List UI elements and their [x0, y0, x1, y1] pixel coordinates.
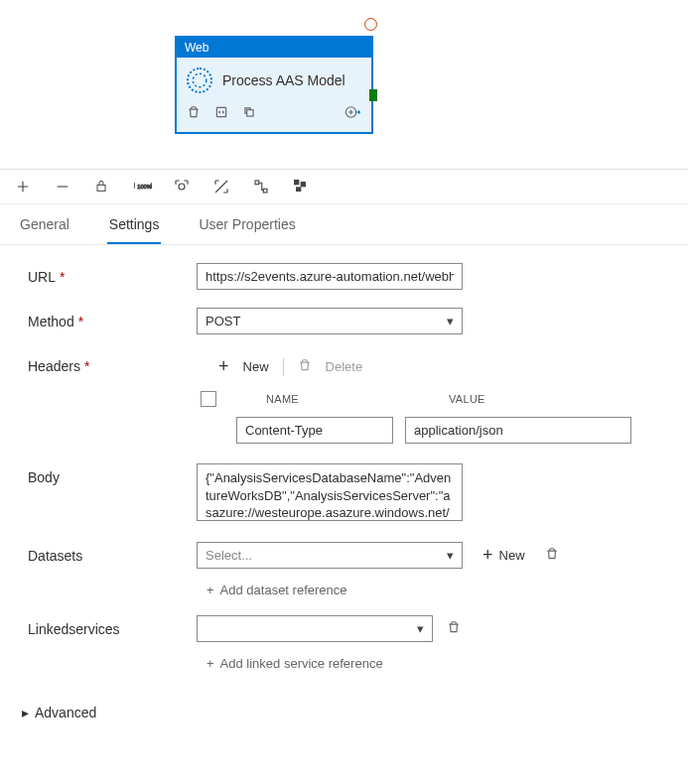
plus-icon: + — [482, 545, 493, 566]
zoom-fit-icon[interactable] — [173, 178, 191, 196]
svg-rect-1 — [216, 107, 225, 116]
header-value-input[interactable] — [405, 417, 631, 444]
layout-icon[interactable] — [292, 178, 310, 196]
header-name-input[interactable] — [236, 417, 393, 444]
svg-rect-4 — [97, 185, 105, 191]
tab-general[interactable]: General — [18, 204, 71, 244]
web-activity-icon — [187, 67, 212, 93]
advanced-section-toggle[interactable]: ▸ Advanced — [0, 699, 688, 740]
plus-icon: + — [206, 583, 214, 597]
datasets-select[interactable]: Select... ▾ — [197, 542, 463, 569]
linkedservice-select[interactable]: ▾ — [197, 615, 433, 642]
header-col-value: VALUE — [449, 393, 485, 405]
url-label: URL — [28, 263, 197, 285]
svg-rect-10 — [301, 182, 306, 187]
plus-icon: + — [218, 356, 229, 377]
settings-form: URL Method POST ▾ Headers + New Delete — [0, 245, 688, 699]
activity-title: Process AAS Model — [222, 72, 345, 88]
header-col-name: NAME — [266, 393, 435, 405]
method-value: POST — [206, 314, 240, 328]
delete-activity-icon[interactable] — [187, 105, 201, 122]
chevron-down-icon: ▾ — [447, 548, 454, 563]
add-linkedservice-reference[interactable]: + Add linked service reference — [206, 656, 660, 671]
pipeline-canvas[interactable]: Web Process AAS Model — [0, 0, 688, 169]
svg-rect-8 — [263, 189, 267, 193]
tab-settings[interactable]: Settings — [107, 204, 162, 244]
method-select[interactable]: POST ▾ — [197, 308, 463, 334]
headers-delete-button[interactable]: Delete — [326, 359, 363, 374]
svg-point-6 — [179, 184, 185, 190]
datasets-placeholder: Select... — [206, 548, 252, 563]
svg-rect-11 — [296, 187, 301, 192]
svg-rect-7 — [255, 181, 259, 185]
chevron-down-icon: ▾ — [417, 621, 424, 636]
headers-new-button[interactable]: New — [243, 359, 269, 374]
zoom-out-icon[interactable] — [54, 178, 71, 196]
zoom-in-icon[interactable] — [14, 178, 32, 196]
lock-icon[interactable] — [93, 178, 111, 196]
chevron-down-icon: ▾ — [447, 314, 454, 328]
zoom-100-icon[interactable]: 100% — [133, 178, 151, 196]
divider — [283, 358, 284, 376]
datasets-new-button[interactable]: + New — [482, 545, 525, 566]
body-label: Body — [28, 463, 197, 485]
clone-icon[interactable] — [242, 105, 256, 122]
svg-text:100%: 100% — [137, 184, 152, 190]
activity-type-header: Web — [177, 38, 371, 58]
web-activity-card[interactable]: Web Process AAS Model — [175, 36, 373, 134]
trash-icon — [298, 358, 312, 375]
linkedservice-delete-icon[interactable] — [447, 620, 461, 637]
tab-user-properties[interactable]: User Properties — [197, 204, 297, 244]
datasets-label: Datasets — [28, 542, 197, 564]
add-output-icon[interactable] — [344, 103, 361, 124]
datasets-delete-icon[interactable] — [545, 547, 559, 564]
code-view-icon[interactable] — [214, 105, 228, 122]
tabs: General Settings User Properties — [0, 204, 688, 245]
method-label: Method — [28, 308, 197, 329]
auto-align-icon[interactable] — [252, 178, 270, 196]
fullscreen-icon[interactable] — [212, 178, 230, 196]
canvas-toolbar: 100% — [0, 169, 688, 204]
success-connector[interactable] — [369, 89, 377, 101]
add-dataset-reference[interactable]: + Add dataset reference — [206, 583, 660, 597]
svg-rect-2 — [247, 110, 253, 116]
body-textarea[interactable] — [197, 463, 463, 521]
url-input[interactable] — [197, 263, 463, 290]
validation-marker-icon — [364, 18, 377, 31]
linkedservices-label: Linkedservices — [28, 615, 197, 637]
caret-right-icon: ▸ — [22, 705, 29, 720]
plus-icon: + — [206, 656, 214, 671]
svg-point-0 — [193, 73, 206, 87]
activity-body: Process AAS Model — [177, 58, 371, 99]
svg-rect-9 — [294, 180, 299, 185]
headers-label: Headers — [28, 352, 197, 374]
select-all-checkbox[interactable] — [201, 391, 216, 407]
